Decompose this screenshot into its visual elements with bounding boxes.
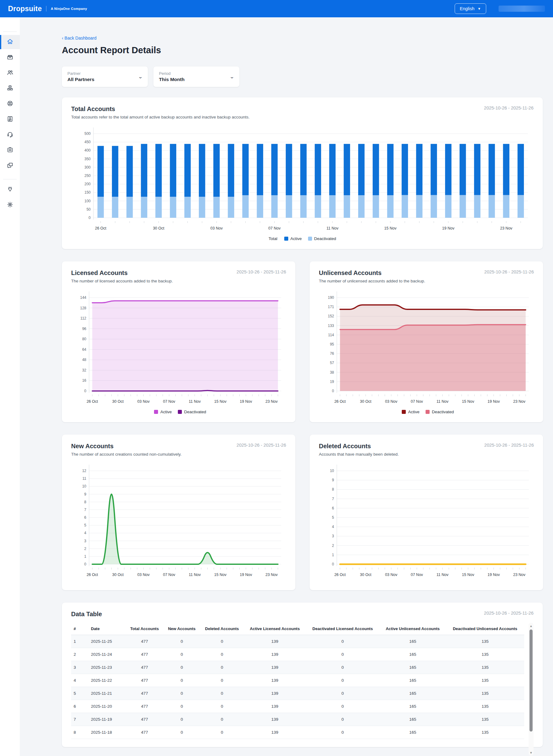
chevron-down-icon: ⌄ [230, 74, 234, 79]
svg-text:03 Nov: 03 Nov [137, 399, 150, 404]
sidebar-item-users[interactable] [0, 66, 20, 80]
sidebar-item-invoices[interactable] [0, 112, 20, 127]
svg-text:500: 500 [84, 132, 91, 136]
table-column-header: Deleted Accounts [200, 623, 244, 635]
table-cell: 0 [200, 700, 244, 713]
chart-unlicensed-svg: 0193857769511413315217119026 Oct30 Oct03… [319, 288, 534, 408]
period-filter-label: Period [159, 71, 185, 76]
date-range: 2025-10-26 - 2025-11-26 [237, 270, 286, 274]
table-cell: 0 [200, 713, 244, 726]
table-cell: 135 [446, 700, 524, 713]
sidebar-item-support[interactable] [0, 128, 20, 142]
svg-text:0: 0 [332, 389, 334, 393]
partner-filter[interactable]: Partner All Partners ⌄ [62, 67, 148, 87]
svg-text:80: 80 [82, 337, 87, 341]
svg-text:8: 8 [332, 487, 334, 492]
svg-text:07 Nov: 07 Nov [163, 399, 175, 404]
language-selector[interactable]: English ▼ [455, 3, 486, 14]
table-row: 42025-11-22477001390165135 [71, 674, 524, 687]
top-header: Dropsuite A NinjaOne Company English ▼ [0, 0, 553, 17]
sidebar-item-home[interactable] [0, 35, 20, 49]
svg-text:15 Nov: 15 Nov [384, 226, 396, 230]
table-cell: 2025-11-24 [88, 648, 126, 661]
date-range: 2025-10-26 - 2025-11-26 [484, 105, 534, 110]
svg-text:15 Nov: 15 Nov [214, 399, 227, 404]
table-cell: 7 [71, 713, 88, 726]
sidebar-item-support-center[interactable] [0, 97, 20, 111]
total-accounts-card: Total Accounts Total accounts refer to t… [62, 97, 543, 249]
table-scrollbar[interactable]: ▲ ▼ [529, 623, 534, 756]
table-cell: 135 [446, 648, 524, 661]
header-loading-placeholder [498, 6, 545, 12]
svg-text:16: 16 [82, 378, 87, 383]
svg-text:2: 2 [84, 547, 86, 551]
sidebar-item-reports[interactable] [0, 143, 20, 157]
svg-text:38: 38 [330, 370, 334, 375]
svg-text:6: 6 [84, 515, 86, 520]
sidebar-item-products[interactable] [0, 81, 20, 95]
svg-text:15 Nov: 15 Nov [462, 399, 474, 404]
table-cell: 3 [71, 661, 88, 674]
svg-text:07 Nov: 07 Nov [411, 399, 423, 404]
svg-text:11 Nov: 11 Nov [326, 226, 338, 230]
svg-text:19 Nov: 19 Nov [240, 399, 252, 404]
chart-unlicensed-legend: ActiveDeactivated [319, 409, 534, 414]
svg-text:07 Nov: 07 Nov [163, 573, 175, 577]
table-row: 72025-11-19477001390165135 [71, 713, 524, 726]
svg-text:19: 19 [330, 380, 334, 384]
table-cell: 477 [126, 726, 163, 739]
svg-text:128: 128 [80, 306, 86, 310]
table-cell: 0 [306, 648, 380, 661]
svg-text:95: 95 [330, 342, 334, 347]
table-row: 32025-11-23477001390165135 [71, 661, 524, 674]
legend-item: Deactivated [308, 236, 336, 241]
scroll-up-arrow[interactable]: ▲ [529, 623, 534, 628]
table-cell: 0 [306, 700, 380, 713]
table-cell: 0 [306, 635, 380, 648]
home-icon [6, 38, 14, 47]
sidebar-item-integrations[interactable] [0, 182, 20, 197]
svg-text:100: 100 [84, 199, 91, 203]
table-cell: 2025-11-19 [88, 713, 126, 726]
table-cell: 135 [446, 674, 524, 687]
partner-filter-label: Partner [67, 71, 94, 76]
period-filter[interactable]: Period This Month ⌄ [153, 67, 239, 87]
data-table-card: Data Table 2025-10-26 - 2025-11-26 #Date… [62, 603, 543, 747]
sidebar-item-settings[interactable] [0, 198, 20, 212]
svg-text:350: 350 [84, 157, 91, 161]
licensed-accounts-title: Licensed Accounts [71, 270, 128, 277]
unlicensed-accounts-desc: The number of unlicensed accounts added … [319, 279, 534, 283]
svg-text:30 Oct: 30 Oct [112, 573, 124, 577]
data-table-title: Data Table [71, 611, 102, 618]
table-cell: 0 [163, 713, 200, 726]
svg-text:2: 2 [332, 543, 334, 548]
svg-text:6: 6 [332, 506, 334, 510]
table-cell: 165 [380, 726, 446, 739]
svg-text:07 Nov: 07 Nov [268, 226, 281, 230]
svg-text:450: 450 [84, 140, 91, 144]
svg-text:171: 171 [328, 305, 334, 309]
filter-bar: Partner All Partners ⌄ Period This Month… [62, 67, 543, 87]
svg-text:0: 0 [88, 216, 91, 220]
scrollbar-thumb[interactable] [530, 629, 533, 732]
svg-text:4: 4 [84, 531, 86, 535]
svg-text:15 Nov: 15 Nov [462, 573, 474, 577]
sidebar-item-backups[interactable] [0, 51, 20, 65]
table-cell: 0 [200, 674, 244, 687]
svg-text:03 Nov: 03 Nov [385, 399, 397, 404]
scroll-down-arrow[interactable]: ▼ [529, 750, 534, 755]
legend-prefix: Total [268, 236, 278, 241]
table-cell: 0 [200, 648, 244, 661]
brand-tagline: A NinjaOne Company [51, 7, 87, 10]
table-column-header: # [71, 623, 88, 635]
svg-text:26 Oct: 26 Oct [87, 573, 98, 577]
chevron-down-icon: ⌄ [138, 74, 143, 79]
svg-text:112: 112 [80, 316, 86, 320]
legend-label: Deactivated [314, 236, 336, 241]
svg-text:1: 1 [84, 554, 86, 559]
svg-text:0: 0 [84, 389, 86, 393]
table-cell: 477 [126, 661, 163, 674]
sidebar-item-multi-accounts[interactable] [0, 159, 20, 173]
legend-item: Deactivated [178, 409, 206, 414]
back-dashboard-link[interactable]: ‹ Back Dashboard [62, 35, 96, 41]
